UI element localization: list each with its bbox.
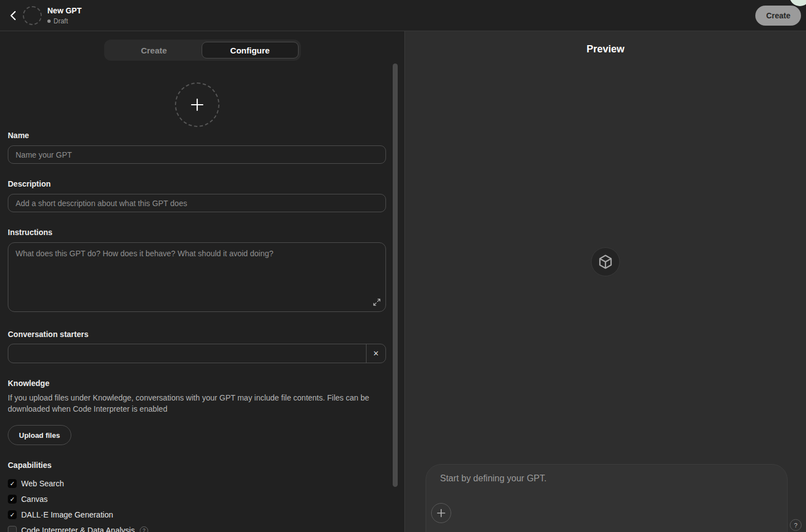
tab-create[interactable]: Create xyxy=(106,42,202,58)
editor-scrollbar[interactable] xyxy=(393,64,398,487)
code-interpreter-checkbox[interactable] xyxy=(8,526,17,532)
draft-dot-icon xyxy=(47,19,51,23)
preview-composer[interactable]: Start by defining your GPT. xyxy=(426,464,788,532)
expand-textarea-button[interactable] xyxy=(372,297,382,307)
conversation-starter-row: ✕ xyxy=(8,344,386,363)
capability-row-dalle: DALL·E Image Generation xyxy=(8,509,386,521)
plus-icon xyxy=(190,97,204,112)
create-gpt-button[interactable]: Create xyxy=(755,6,801,26)
capabilities-list: Web Search Canvas DALL·E Image Generatio… xyxy=(8,477,386,532)
conversation-starter-input[interactable] xyxy=(8,344,366,363)
name-label: Name xyxy=(8,130,386,140)
gpt-placeholder-badge xyxy=(591,247,620,276)
close-icon: ✕ xyxy=(373,349,379,358)
capability-label: DALL·E Image Generation xyxy=(21,510,113,519)
capability-label: Code Interpreter & Data Analysis xyxy=(21,526,135,532)
cube-icon xyxy=(598,254,613,270)
capability-label: Web Search xyxy=(21,479,64,488)
instructions-label: Instructions xyxy=(8,227,386,237)
gpt-avatar-upload-button[interactable] xyxy=(175,82,219,127)
remove-starter-button[interactable]: ✕ xyxy=(366,344,385,363)
expand-diagonal-icon xyxy=(373,299,380,306)
tab-configure[interactable]: Configure xyxy=(202,42,299,58)
status-badge: Draft xyxy=(47,17,81,25)
web-search-checkbox[interactable] xyxy=(8,479,17,488)
draft-label: Draft xyxy=(53,17,68,25)
attach-button[interactable] xyxy=(431,503,451,523)
description-label: Description xyxy=(8,179,386,189)
instructions-textarea[interactable] xyxy=(8,242,386,312)
conversation-starters-label: Conversation starters xyxy=(8,329,386,339)
editor-mode-tabs: Create Configure xyxy=(104,40,301,61)
plus-icon xyxy=(436,508,446,518)
help-button[interactable]: ? xyxy=(790,519,802,531)
composer-placeholder: Start by defining your GPT. xyxy=(440,474,546,484)
upload-files-button[interactable]: Upload files xyxy=(8,425,71,445)
header-titles: New GPT Draft xyxy=(47,6,81,25)
description-input[interactable] xyxy=(8,194,386,212)
capability-row-web-search: Web Search xyxy=(8,477,386,490)
knowledge-label: Knowledge xyxy=(8,378,386,388)
configure-form: Name Description Instructions Conversati… xyxy=(8,82,386,532)
chevron-left-icon xyxy=(9,10,18,21)
help-icon[interactable]: ? xyxy=(140,526,148,532)
knowledge-description: If you upload files under Knowledge, con… xyxy=(8,392,384,414)
gpt-avatar-placeholder-small[interactable] xyxy=(23,6,42,25)
preview-title: Preview xyxy=(405,43,806,55)
dalle-checkbox[interactable] xyxy=(8,510,17,519)
capability-row-code-interpreter: Code Interpreter & Data Analysis ? xyxy=(8,524,386,532)
capabilities-label: Capabilities xyxy=(8,460,386,470)
editor-pane: Create Configure Name Description Instru… xyxy=(0,31,404,532)
canvas-checkbox[interactable] xyxy=(8,495,17,504)
back-button[interactable] xyxy=(6,8,21,23)
question-mark-icon: ? xyxy=(794,522,797,529)
preview-pane: Preview Start by defining your GPT. ? xyxy=(404,31,806,532)
capability-label: Canvas xyxy=(21,495,47,504)
capability-row-canvas: Canvas xyxy=(8,493,386,505)
name-input[interactable] xyxy=(8,145,386,164)
gpt-title: New GPT xyxy=(47,6,81,16)
gpt-editor-window: New GPT Draft Create Create Configure xyxy=(0,0,806,532)
top-bar: New GPT Draft Create xyxy=(0,0,806,31)
